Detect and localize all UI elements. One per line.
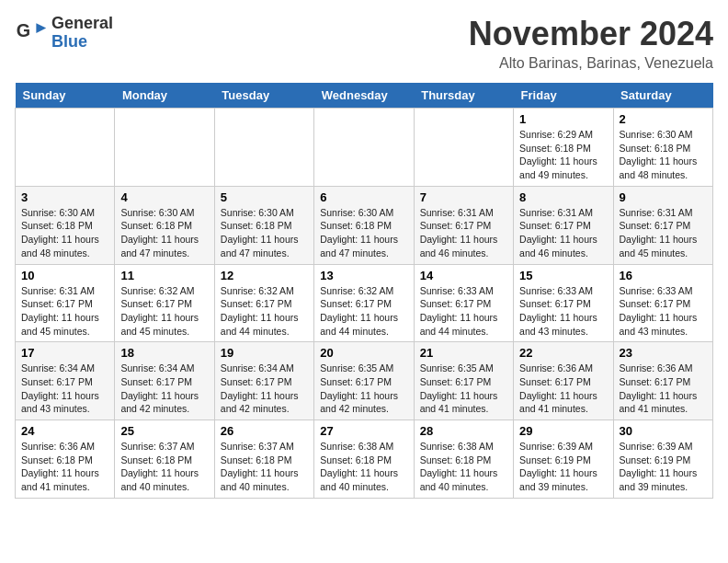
day-number: 5: [221, 190, 308, 204]
calendar-cell: 4Sunrise: 6:30 AMSunset: 6:18 PMDaylight…: [115, 186, 214, 264]
day-number: 22: [519, 346, 607, 360]
day-number: 14: [420, 269, 507, 282]
day-info: Sunrise: 6:29 AMSunset: 6:18 PMDaylight:…: [519, 128, 607, 182]
weekday-header-friday: Friday: [514, 83, 613, 109]
day-number: 28: [420, 424, 507, 438]
day-number: 20: [320, 346, 407, 360]
calendar-week-4: 17Sunrise: 6:34 AMSunset: 6:17 PMDayligh…: [16, 342, 713, 420]
calendar-cell: 18Sunrise: 6:34 AMSunset: 6:17 PMDayligh…: [115, 342, 214, 420]
logo-text: General Blue: [51, 15, 113, 52]
day-number: 13: [320, 269, 407, 282]
day-number: 24: [21, 424, 108, 438]
calendar-cell: 14Sunrise: 6:33 AMSunset: 6:17 PMDayligh…: [414, 264, 513, 342]
calendar-cell: 28Sunrise: 6:38 AMSunset: 6:18 PMDayligh…: [414, 420, 513, 499]
logo-icon: G: [15, 17, 48, 50]
weekday-header-sunday: Sunday: [16, 83, 115, 109]
calendar-week-2: 3Sunrise: 6:30 AMSunset: 6:18 PMDaylight…: [16, 186, 713, 264]
day-info: Sunrise: 6:35 AMSunset: 6:17 PMDaylight:…: [320, 362, 407, 416]
svg-marker-1: [36, 23, 46, 33]
day-number: 30: [620, 424, 707, 438]
day-number: 16: [620, 269, 707, 282]
day-info: Sunrise: 6:32 AMSunset: 6:17 PMDaylight:…: [320, 284, 407, 339]
calendar-week-5: 24Sunrise: 6:36 AMSunset: 6:18 PMDayligh…: [16, 420, 713, 499]
calendar-table: SundayMondayTuesdayWednesdayThursdayFrid…: [15, 83, 713, 499]
calendar-week-1: 1Sunrise: 6:29 AMSunset: 6:18 PMDaylight…: [16, 109, 713, 187]
calendar-cell: 23Sunrise: 6:36 AMSunset: 6:17 PMDayligh…: [613, 342, 712, 420]
calendar-cell: 29Sunrise: 6:39 AMSunset: 6:19 PMDayligh…: [514, 420, 613, 499]
day-info: Sunrise: 6:31 AMSunset: 6:17 PMDaylight:…: [519, 206, 607, 260]
day-info: Sunrise: 6:39 AMSunset: 6:19 PMDaylight:…: [519, 440, 607, 494]
day-number: 27: [320, 424, 407, 438]
day-info: Sunrise: 6:33 AMSunset: 6:17 PMDaylight:…: [420, 284, 507, 339]
weekday-header-saturday: Saturday: [613, 83, 712, 109]
day-number: 17: [21, 346, 108, 360]
day-info: Sunrise: 6:36 AMSunset: 6:17 PMDaylight:…: [519, 362, 607, 416]
day-info: Sunrise: 6:30 AMSunset: 6:18 PMDaylight:…: [320, 206, 407, 260]
calendar-cell: 2Sunrise: 6:30 AMSunset: 6:18 PMDaylight…: [613, 109, 712, 187]
day-number: 23: [620, 346, 707, 360]
day-number: 12: [221, 269, 308, 282]
calendar-cell: 25Sunrise: 6:37 AMSunset: 6:18 PMDayligh…: [115, 420, 214, 499]
calendar-cell: [214, 109, 313, 187]
calendar-cell: 26Sunrise: 6:37 AMSunset: 6:18 PMDayligh…: [214, 420, 313, 499]
calendar-cell: 22Sunrise: 6:36 AMSunset: 6:17 PMDayligh…: [514, 342, 613, 420]
day-info: Sunrise: 6:37 AMSunset: 6:18 PMDaylight:…: [120, 440, 208, 494]
day-number: 2: [620, 112, 707, 126]
day-number: 15: [519, 269, 607, 282]
calendar-cell: 16Sunrise: 6:33 AMSunset: 6:17 PMDayligh…: [613, 264, 712, 342]
calendar-cell: 19Sunrise: 6:34 AMSunset: 6:17 PMDayligh…: [214, 342, 313, 420]
calendar-cell: 6Sunrise: 6:30 AMSunset: 6:18 PMDaylight…: [314, 186, 414, 264]
day-number: 7: [420, 190, 507, 204]
logo-blue: Blue: [51, 33, 113, 52]
day-number: 19: [221, 346, 308, 360]
logo-general: General: [51, 15, 113, 33]
day-info: Sunrise: 6:30 AMSunset: 6:18 PMDaylight:…: [120, 206, 208, 260]
day-number: 9: [620, 190, 707, 204]
calendar-cell: 5Sunrise: 6:30 AMSunset: 6:18 PMDaylight…: [214, 186, 313, 264]
day-number: 29: [519, 424, 607, 438]
day-number: 11: [120, 269, 208, 282]
day-info: Sunrise: 6:30 AMSunset: 6:18 PMDaylight:…: [221, 206, 308, 260]
day-info: Sunrise: 6:31 AMSunset: 6:17 PMDaylight:…: [21, 284, 108, 339]
day-info: Sunrise: 6:33 AMSunset: 6:17 PMDaylight:…: [519, 284, 607, 339]
calendar-cell: 7Sunrise: 6:31 AMSunset: 6:17 PMDaylight…: [414, 186, 513, 264]
day-number: 3: [21, 190, 108, 204]
weekday-header-tuesday: Tuesday: [214, 83, 313, 109]
day-number: 18: [120, 346, 208, 360]
day-info: Sunrise: 6:32 AMSunset: 6:17 PMDaylight:…: [120, 284, 208, 339]
month-title: November 2024: [469, 15, 713, 53]
svg-text:G: G: [17, 19, 30, 40]
calendar-cell: 9Sunrise: 6:31 AMSunset: 6:17 PMDaylight…: [613, 186, 712, 264]
logo: G General Blue: [15, 15, 113, 52]
weekday-header-thursday: Thursday: [414, 83, 513, 109]
calendar-cell: 1Sunrise: 6:29 AMSunset: 6:18 PMDaylight…: [514, 109, 613, 187]
calendar-cell: [314, 109, 414, 187]
day-info: Sunrise: 6:35 AMSunset: 6:17 PMDaylight:…: [420, 362, 507, 416]
day-info: Sunrise: 6:32 AMSunset: 6:17 PMDaylight:…: [221, 284, 308, 339]
calendar-cell: 8Sunrise: 6:31 AMSunset: 6:17 PMDaylight…: [514, 186, 613, 264]
weekday-header-wednesday: Wednesday: [314, 83, 414, 109]
calendar-cell: [16, 109, 115, 187]
day-number: 10: [21, 269, 108, 282]
day-info: Sunrise: 6:30 AMSunset: 6:18 PMDaylight:…: [21, 206, 108, 260]
weekday-header-row: SundayMondayTuesdayWednesdayThursdayFrid…: [16, 83, 713, 109]
calendar-cell: 24Sunrise: 6:36 AMSunset: 6:18 PMDayligh…: [16, 420, 115, 499]
calendar-cell: 13Sunrise: 6:32 AMSunset: 6:17 PMDayligh…: [314, 264, 414, 342]
day-info: Sunrise: 6:37 AMSunset: 6:18 PMDaylight:…: [221, 440, 308, 494]
day-info: Sunrise: 6:30 AMSunset: 6:18 PMDaylight:…: [620, 128, 707, 182]
day-info: Sunrise: 6:31 AMSunset: 6:17 PMDaylight:…: [620, 206, 707, 260]
calendar-cell: 11Sunrise: 6:32 AMSunset: 6:17 PMDayligh…: [115, 264, 214, 342]
calendar-cell: 10Sunrise: 6:31 AMSunset: 6:17 PMDayligh…: [16, 264, 115, 342]
location-title: Alto Barinas, Barinas, Venezuela: [469, 55, 713, 72]
day-number: 25: [120, 424, 208, 438]
calendar-cell: 3Sunrise: 6:30 AMSunset: 6:18 PMDaylight…: [16, 186, 115, 264]
day-info: Sunrise: 6:33 AMSunset: 6:17 PMDaylight:…: [620, 284, 707, 339]
day-info: Sunrise: 6:36 AMSunset: 6:18 PMDaylight:…: [21, 440, 108, 494]
calendar-cell: 15Sunrise: 6:33 AMSunset: 6:17 PMDayligh…: [514, 264, 613, 342]
day-info: Sunrise: 6:34 AMSunset: 6:17 PMDaylight:…: [221, 362, 308, 416]
day-number: 4: [120, 190, 208, 204]
title-block: November 2024 Alto Barinas, Barinas, Ven…: [469, 15, 713, 72]
day-number: 1: [519, 112, 607, 126]
calendar-cell: [414, 109, 513, 187]
calendar-week-3: 10Sunrise: 6:31 AMSunset: 6:17 PMDayligh…: [16, 264, 713, 342]
